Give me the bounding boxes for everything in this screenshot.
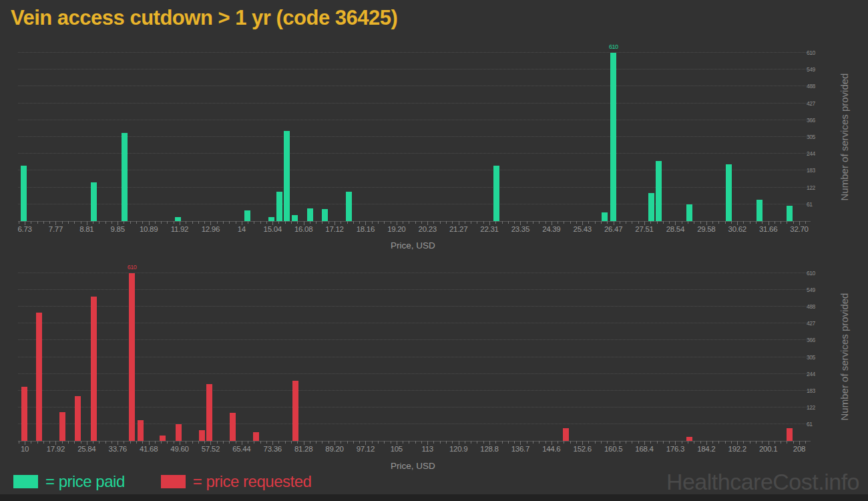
bar <box>230 413 236 441</box>
axis-tick <box>564 441 564 444</box>
axis-tick <box>329 221 329 224</box>
axis-tick <box>62 221 63 224</box>
axis-tick <box>743 441 744 444</box>
bar <box>268 217 274 221</box>
gridline <box>18 52 808 53</box>
gridline <box>18 289 808 290</box>
axis-tick <box>626 221 626 224</box>
axis-tick <box>68 441 69 444</box>
axis-tick <box>167 221 168 224</box>
axis-tick <box>74 441 75 444</box>
y-tick-label: 366 <box>807 337 815 343</box>
axis-tick <box>81 221 81 224</box>
axis-tick <box>477 441 477 444</box>
chart-page: Vein access cutdown > 1 yr (code 36425) … <box>0 0 868 501</box>
axis-tick <box>514 441 515 444</box>
y-tick-label: 427 <box>807 320 815 327</box>
axis-tick <box>124 441 124 444</box>
bar <box>756 200 763 221</box>
axis-tick <box>49 441 50 444</box>
axis-tick <box>620 441 620 444</box>
axis-tick <box>483 441 484 444</box>
bar <box>610 53 616 221</box>
bar <box>322 209 328 221</box>
axis-tick <box>62 441 63 444</box>
axis-tick <box>372 441 373 444</box>
axis-tick <box>136 441 137 444</box>
axis-tick <box>37 441 38 444</box>
axis-tick <box>155 441 156 444</box>
axis-tick <box>155 221 156 224</box>
axis-tick <box>725 221 726 224</box>
axis-tick <box>527 441 527 444</box>
axis-tick <box>254 221 254 224</box>
axis-tick <box>316 441 316 444</box>
axis-tick <box>384 441 385 444</box>
axis-tick <box>310 221 310 224</box>
axis-tick <box>142 221 143 224</box>
axis-tick <box>99 221 99 224</box>
axis-tick <box>421 221 422 224</box>
page-title: Vein access cutdown > 1 yr (code 36425) <box>11 6 397 30</box>
gridline <box>18 136 808 137</box>
axis-tick <box>688 441 688 444</box>
axis-tick <box>570 221 571 224</box>
axis-tick <box>329 441 329 444</box>
axis-tick <box>236 441 236 444</box>
axis-tick <box>372 221 373 224</box>
axis-tick <box>781 221 781 224</box>
axis-tick <box>391 441 391 444</box>
axis-tick <box>669 221 670 224</box>
axis-tick <box>787 441 787 444</box>
axis-tick <box>539 221 539 224</box>
axis-tick <box>601 221 602 224</box>
axis-tick <box>440 441 441 444</box>
bar <box>686 204 692 221</box>
bar <box>175 217 181 221</box>
axis-tick <box>391 221 391 224</box>
axis-tick <box>198 221 199 224</box>
axis-tick <box>198 441 199 444</box>
axis-tick <box>446 441 447 444</box>
axis-tick <box>341 441 341 444</box>
bar <box>656 161 662 221</box>
price-requested-chart: 610549488427366305244183122611017.9225.8… <box>18 273 808 441</box>
price-requested-swatch <box>161 475 186 488</box>
axis-tick <box>316 221 316 224</box>
bar <box>36 313 42 441</box>
axis-tick <box>682 441 682 444</box>
axis-tick <box>236 221 236 224</box>
axis-tick <box>638 441 639 444</box>
axis-tick <box>248 221 248 224</box>
axis-tick <box>546 221 546 224</box>
axis-tick <box>731 221 732 224</box>
axis-tick <box>700 441 701 444</box>
axis-tick <box>440 221 441 224</box>
axis-tick <box>638 221 639 224</box>
axis-tick <box>112 221 112 224</box>
bar <box>276 192 282 221</box>
axis-tick <box>495 221 496 224</box>
bar <box>160 436 166 441</box>
axis-tick <box>750 221 750 224</box>
y-tick-label: 305 <box>807 134 815 140</box>
bar <box>253 432 259 441</box>
axis-tick <box>49 221 50 224</box>
axis-tick <box>657 221 658 224</box>
axis-tick <box>105 221 106 224</box>
axis-tick <box>694 441 694 444</box>
axis-tick <box>43 441 44 444</box>
axis-tick <box>663 441 664 444</box>
axis-tick <box>508 221 509 224</box>
axis-tick <box>192 441 193 444</box>
axis-tick <box>217 441 218 444</box>
axis-tick <box>502 441 503 444</box>
axis-tick <box>130 441 131 444</box>
x-axis-title-paid: Price, USD <box>18 240 808 251</box>
axis-tick <box>353 441 354 444</box>
y-tick-label: 244 <box>807 371 815 377</box>
axis-tick <box>718 221 719 224</box>
axis-tick <box>483 221 484 224</box>
axis-tick <box>266 441 267 444</box>
y-tick-label: 244 <box>807 150 815 157</box>
